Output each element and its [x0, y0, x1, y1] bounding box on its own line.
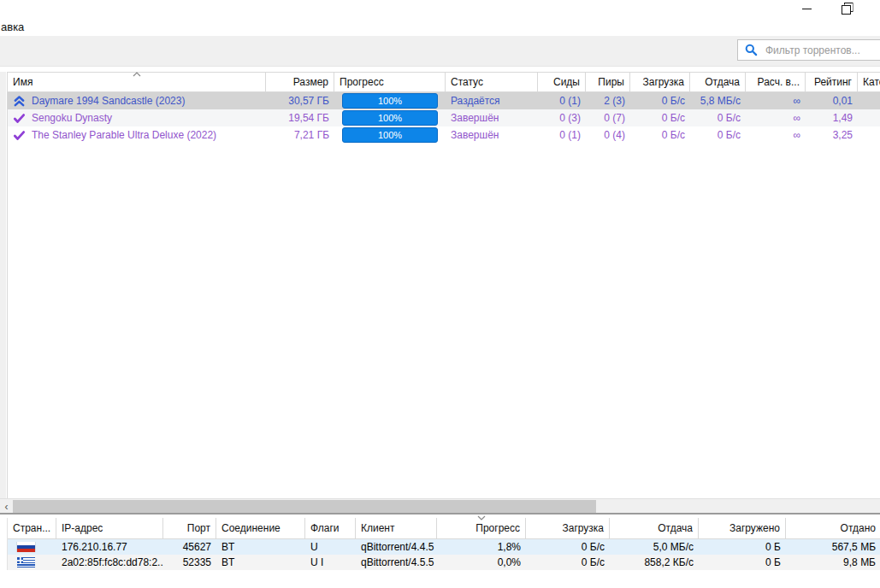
peer-column-flags[interactable]: Флаги [305, 518, 356, 538]
torrent-peers: 0 (7) [586, 109, 630, 126]
minimize-icon [802, 9, 812, 9]
column-header-ratio[interactable]: Рейтинг [806, 73, 858, 91]
peer-column-port[interactable]: Порт [163, 518, 216, 538]
torrent-size: 19,54 ГБ [266, 109, 334, 126]
torrent-seeds: 0 (1) [538, 126, 586, 144]
peer-port: 45627 [163, 539, 216, 555]
column-header-upload[interactable]: Отдача [690, 73, 746, 91]
peer-port: 52335 [163, 555, 216, 570]
progress-bar: 100% [342, 110, 438, 126]
torrent-peers: 0 (4) [586, 126, 630, 144]
column-header-status[interactable]: Статус [446, 73, 538, 91]
greece-flag-icon [17, 557, 35, 567]
torrent-dl-speed: 0 Б/с [630, 92, 690, 109]
menu-item-help[interactable]: авка [1, 21, 24, 33]
peer-flags: U [305, 539, 356, 555]
column-header-size[interactable]: Размер [266, 73, 334, 91]
sort-descending-icon [476, 514, 487, 521]
column-header-seeds[interactable]: Сиды [538, 73, 586, 91]
peer-uploaded: 9,8 МБ [786, 555, 880, 570]
torrent-filter-input[interactable] [764, 44, 870, 57]
peer-list: Стран... IP-адрес Порт Соединение Флаги … [7, 518, 880, 570]
peer-up-speed: 5,0 МБ/с [610, 539, 699, 555]
progress-bar: 100% [342, 93, 438, 109]
torrent-row[interactable]: The Stanley Parable Ultra Deluxe (2022) … [8, 126, 880, 144]
torrent-up-speed: 0 Б/с [690, 109, 746, 126]
peer-client: qBittorrent/4.4.5 [356, 539, 437, 555]
torrent-eta: ∞ [746, 126, 806, 144]
peer-row[interactable]: 2a02:85f:fc8c:dd78:2... 52335 BT U I qBi… [8, 555, 880, 570]
menu-bar: авка [0, 17, 880, 36]
peer-column-uploaded[interactable]: Отдано [786, 518, 880, 538]
peer-connection: BT [216, 555, 305, 570]
peer-flags: U I [305, 555, 356, 570]
peer-column-ip[interactable]: IP-адрес [56, 518, 163, 538]
torrent-row[interactable]: Daymare 1994 Sandcastle (2023) 30,57 ГБ … [8, 92, 880, 109]
sort-ascending-icon [132, 71, 142, 78]
torrent-name: Daymare 1994 Sandcastle (2023) [32, 92, 185, 109]
torrent-ratio: 1,49 [806, 109, 858, 126]
torrent-row[interactable]: Sengoku Dynasty 19,54 ГБ 100% Завершён 0… [8, 109, 880, 126]
toolbar [0, 36, 880, 67]
torrent-list-header: Имя Размер Прогресс Статус Сиды Пиры Заг… [8, 73, 880, 92]
peer-list-header: Стран... IP-адрес Порт Соединение Флаги … [8, 518, 880, 539]
search-icon [745, 44, 758, 56]
torrent-eta: ∞ [746, 92, 806, 109]
column-header-eta[interactable]: Расч. в... [746, 73, 806, 91]
scroll-left-arrow[interactable]: ‹ [0, 499, 13, 514]
peer-column-download[interactable]: Загрузка [526, 518, 610, 538]
side-panel-edge [0, 72, 6, 514]
column-header-download[interactable]: Загрузка [630, 73, 690, 91]
peer-downloaded: 0 Б [699, 539, 786, 555]
peer-column-client[interactable]: Клиент [356, 518, 437, 538]
torrent-list: Имя Размер Прогресс Статус Сиды Пиры Заг… [7, 72, 880, 498]
peer-progress: 1,8% [437, 539, 526, 555]
russia-flag-icon [17, 542, 35, 552]
peer-column-upload[interactable]: Отдача [610, 518, 699, 538]
torrent-name: Sengoku Dynasty [32, 109, 112, 126]
torrent-ratio: 0,01 [806, 92, 858, 109]
peer-downloaded: 0 Б [699, 555, 786, 570]
restore-icon [842, 5, 851, 15]
peer-dl-speed: 0 Б/с [526, 555, 610, 570]
restore-button[interactable] [833, 0, 859, 17]
torrent-up-speed: 5,8 МБ/с [690, 92, 746, 109]
qbittorrent-window: авка Имя Размер Прогресс Статус Сиды Пир… [0, 0, 880, 588]
torrent-status: Раздаётся [446, 92, 538, 109]
column-header-progress[interactable]: Прогресс [334, 73, 446, 91]
column-header-peers[interactable]: Пиры [586, 73, 630, 91]
peer-column-connection[interactable]: Соединение [216, 518, 305, 538]
peer-row[interactable]: 176.210.16.77 45627 BT U qBittorrent/4.4… [8, 539, 880, 555]
peer-progress: 0,0% [437, 555, 526, 570]
torrent-filter-box [737, 39, 880, 61]
torrent-size: 7,21 ГБ [266, 126, 334, 144]
torrent-status: Завершён [446, 109, 538, 126]
progress-bar: 100% [342, 127, 438, 143]
torrent-eta: ∞ [746, 109, 806, 126]
title-bar [0, 0, 880, 17]
peer-client: qBittorrent/4.5.5 [356, 555, 437, 570]
completed-icon [13, 112, 26, 125]
torrent-name: The Stanley Parable Ultra Deluxe (2022) [32, 126, 216, 144]
torrent-up-speed: 0 Б/с [690, 126, 746, 144]
peer-connection: BT [216, 539, 305, 555]
peer-up-speed: 858,2 КБ/с [610, 555, 699, 570]
torrent-dl-speed: 0 Б/с [630, 126, 690, 144]
torrent-size: 30,57 ГБ [266, 92, 334, 109]
torrent-seeds: 0 (3) [538, 109, 586, 126]
torrent-peers: 2 (3) [586, 92, 630, 109]
peer-column-country[interactable]: Стран... [8, 518, 56, 538]
peers-panel: Стран... IP-адрес Порт Соединение Флаги … [0, 516, 880, 588]
peer-column-downloaded[interactable]: Загружено [699, 518, 786, 538]
torrent-dl-speed: 0 Б/с [630, 109, 690, 126]
scrollbar-thumb[interactable] [13, 500, 596, 513]
torrent-ratio: 3,25 [806, 126, 858, 144]
peer-ip: 2a02:85f:fc8c:dd78:2... [56, 555, 163, 570]
torrent-seeds: 0 (1) [538, 92, 586, 109]
minimize-button[interactable] [794, 0, 819, 17]
torrent-status: Завершён [446, 126, 538, 144]
column-header-category[interactable]: Кате [858, 73, 880, 91]
horizontal-scrollbar[interactable]: ‹ [0, 498, 880, 514]
peer-ip: 176.210.16.77 [56, 539, 163, 555]
completed-icon [13, 129, 26, 142]
